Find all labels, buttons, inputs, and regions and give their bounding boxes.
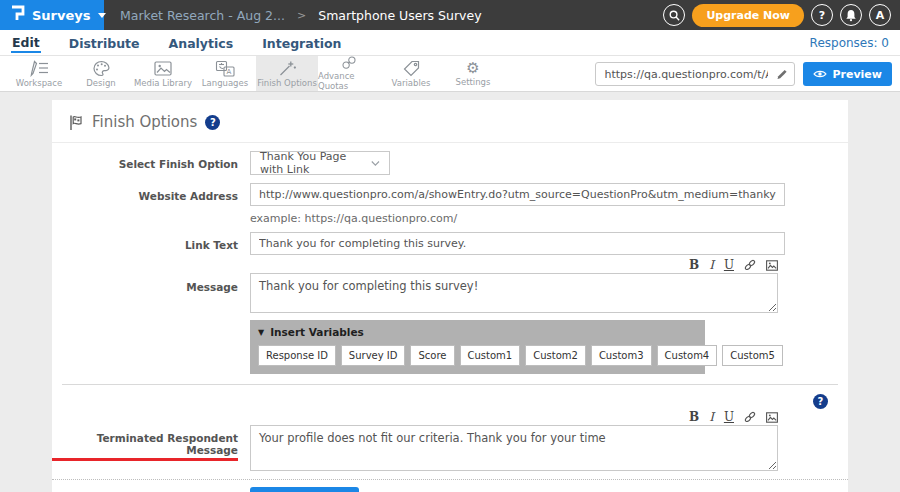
surveys-product-menu[interactable]: Surveys xyxy=(0,0,104,30)
tab-edit[interactable]: Edit xyxy=(11,33,41,53)
link-text-label: Link Text xyxy=(52,232,250,255)
website-address-hint: example: https://qa.questionpro.com/ xyxy=(250,212,785,225)
search-button[interactable] xyxy=(663,4,685,26)
responses-count[interactable]: Responses: 0 xyxy=(810,36,889,50)
bold-button[interactable]: B xyxy=(689,259,699,271)
bell-icon xyxy=(845,9,857,22)
select-finish-option-row: Select Finish Option Thank You Page with… xyxy=(52,151,848,175)
insert-image-button[interactable] xyxy=(766,412,778,423)
toolbar-item-settings[interactable]: ⚙ Settings xyxy=(442,56,504,91)
variable-button-custom5[interactable]: Custom5 xyxy=(722,345,783,366)
save-row: Save Changes xyxy=(52,480,848,492)
message-richtext-toolbar: B I U xyxy=(250,259,778,271)
top-bar: Surveys Market Research - Aug 2... > Sma… xyxy=(0,0,900,30)
edit-toolbar: Workspace Design Media Library A Languag… xyxy=(0,55,900,92)
survey-nav-tabs: Edit Distribute Analytics Integration Re… xyxy=(0,30,900,55)
toolbar-item-finish-options[interactable]: Finish Options xyxy=(256,56,318,91)
link-icon xyxy=(744,259,756,271)
workspace-icon xyxy=(29,60,50,77)
save-changes-button[interactable]: Save Changes xyxy=(250,487,359,492)
terminated-field-group: B I U Your profile does not fit our crit… xyxy=(250,411,778,474)
message-label: Message xyxy=(52,259,250,316)
page-title: Finish Options xyxy=(92,113,197,131)
help-button[interactable]: ? xyxy=(811,4,833,26)
link-text-input[interactable] xyxy=(250,232,785,255)
image-icon xyxy=(766,260,778,271)
finish-options-wand-icon xyxy=(277,60,297,77)
toolbar-item-label: Advance Quotas xyxy=(318,71,380,91)
breadcrumb-folder[interactable]: Market Research - Aug 2... xyxy=(120,8,285,23)
breadcrumb-separator: > xyxy=(297,9,306,22)
website-address-row: Website Address example: https://qa.ques… xyxy=(52,183,848,225)
eye-icon xyxy=(813,69,827,79)
toolbar-item-workspace[interactable]: Workspace xyxy=(8,56,70,91)
upgrade-now-button[interactable]: Upgrade Now xyxy=(692,4,804,27)
underline-button[interactable]: U xyxy=(724,259,734,271)
website-address-label: Website Address xyxy=(52,183,250,225)
bold-button[interactable]: B xyxy=(689,411,699,423)
flag-icon xyxy=(68,114,84,131)
main-content: Finish Options ? Select Finish Option Th… xyxy=(0,92,900,492)
terminated-message-row: Terminated Respondent Message B I U Your… xyxy=(52,411,848,474)
toolbar-item-languages[interactable]: A Languages xyxy=(194,56,256,91)
insert-variables-toggle[interactable]: ▼ Insert Variables xyxy=(258,326,697,338)
insert-variables-panel: ▼ Insert Variables Response ID Survey ID… xyxy=(250,320,705,374)
toolbar-item-label: Finish Options xyxy=(257,78,317,88)
website-address-input[interactable] xyxy=(250,183,785,206)
finish-options-help-button[interactable]: ? xyxy=(205,115,220,130)
finish-option-select[interactable]: Thank You Page with Link xyxy=(250,151,390,175)
breadcrumb: Market Research - Aug 2... > Smartphone … xyxy=(120,8,482,23)
toolbar-item-label: Settings xyxy=(456,77,491,87)
link-button[interactable] xyxy=(744,411,756,423)
media-library-icon xyxy=(153,60,173,77)
notifications-button[interactable] xyxy=(840,4,862,26)
terminated-message-label: Terminated Respondent Message xyxy=(52,411,250,474)
toolbar-item-media-library[interactable]: Media Library xyxy=(132,56,194,91)
design-palette-icon xyxy=(92,60,111,77)
tab-distribute[interactable]: Distribute xyxy=(68,34,141,52)
italic-button[interactable]: I xyxy=(709,411,714,423)
terminated-message-label-text: Terminated Respondent Message xyxy=(52,432,238,461)
search-icon xyxy=(668,9,681,22)
preview-button[interactable]: Preview xyxy=(803,62,892,86)
italic-button[interactable]: I xyxy=(709,259,714,271)
chevron-down-icon xyxy=(371,160,380,167)
terminated-help-button[interactable]: ? xyxy=(813,394,828,409)
variable-button-score[interactable]: Score xyxy=(410,345,454,366)
toolbar-item-advance-quotas[interactable]: Advance Quotas xyxy=(318,56,380,91)
preview-label: Preview xyxy=(832,68,882,81)
variable-button-response-id[interactable]: Response ID xyxy=(258,345,336,366)
website-address-field-group: example: https://qa.questionpro.com/ xyxy=(250,183,785,225)
survey-url-box xyxy=(595,62,795,86)
variable-button-custom1[interactable]: Custom1 xyxy=(460,345,521,366)
link-text-row: Link Text xyxy=(52,232,848,255)
toolbar-item-label: Variables xyxy=(392,78,431,88)
underline-button[interactable]: U xyxy=(724,411,734,423)
survey-url-input[interactable] xyxy=(596,68,770,81)
toolbar-item-label: Languages xyxy=(202,78,248,88)
message-textarea[interactable]: Thank you for completing this survey! xyxy=(250,273,778,313)
variable-button-survey-id[interactable]: Survey ID xyxy=(341,345,406,366)
variable-button-custom4[interactable]: Custom4 xyxy=(657,345,718,366)
caret-down-icon: ▼ xyxy=(258,328,264,337)
avatar[interactable]: A xyxy=(869,4,891,26)
terminated-message-textarea[interactable]: Your profile does not fit our criteria. … xyxy=(250,425,778,471)
edit-url-button[interactable] xyxy=(770,68,794,80)
finish-option-selected-value: Thank You Page with Link xyxy=(260,150,371,176)
topbar-actions: Upgrade Now ? A xyxy=(663,4,900,27)
link-button[interactable] xyxy=(744,259,756,271)
insert-variables-title: Insert Variables xyxy=(270,326,364,338)
tab-analytics[interactable]: Analytics xyxy=(168,34,235,52)
tab-integration[interactable]: Integration xyxy=(261,34,342,52)
variable-button-custom3[interactable]: Custom3 xyxy=(591,345,652,366)
message-row: Message B I U Thank you for completing t… xyxy=(52,259,848,316)
finish-options-form: Select Finish Option Thank You Page with… xyxy=(52,143,848,492)
toolbar-item-variables[interactable]: Variables xyxy=(380,56,442,91)
questionpro-logo-icon xyxy=(10,4,25,26)
toolbar-item-label: Media Library xyxy=(134,78,192,88)
variable-button-custom2[interactable]: Custom2 xyxy=(525,345,586,366)
insert-image-button[interactable] xyxy=(766,260,778,271)
pencil-icon xyxy=(776,68,788,80)
toolbar-item-design[interactable]: Design xyxy=(70,56,132,91)
image-icon xyxy=(766,412,778,423)
